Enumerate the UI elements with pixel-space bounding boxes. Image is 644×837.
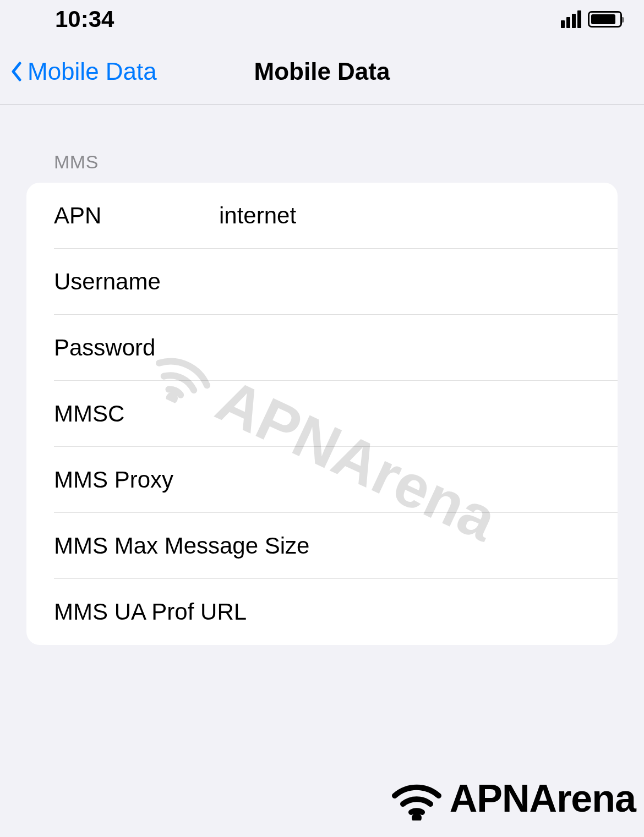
status-time: 10:34 bbox=[55, 6, 114, 32]
status-right bbox=[561, 10, 622, 28]
row-label: Username bbox=[54, 269, 219, 295]
row-value: internet bbox=[219, 203, 618, 229]
row-label: MMSC bbox=[54, 401, 219, 427]
section-header-mms: MMS bbox=[0, 105, 644, 183]
row-username[interactable]: Username bbox=[26, 249, 618, 315]
chevron-left-icon bbox=[11, 62, 22, 81]
battery-icon bbox=[588, 11, 622, 28]
settings-group-mms: APN internet Username Password MMSC MMS … bbox=[26, 183, 618, 645]
page-title: Mobile Data bbox=[254, 58, 390, 85]
status-bar: 10:34 bbox=[0, 0, 644, 39]
row-mms-ua-prof[interactable]: MMS UA Prof URL bbox=[26, 579, 618, 645]
footer-logo: APNArena bbox=[389, 776, 636, 820]
back-button[interactable]: Mobile Data bbox=[0, 58, 157, 85]
row-label: MMS Proxy bbox=[54, 467, 219, 493]
svg-point-1 bbox=[414, 816, 419, 820]
footer-text: APNArena bbox=[450, 776, 636, 820]
row-label: Password bbox=[54, 335, 219, 361]
row-label: MMS Max Message Size bbox=[54, 533, 309, 559]
back-label: Mobile Data bbox=[28, 58, 157, 85]
row-mms-max-size[interactable]: MMS Max Message Size bbox=[26, 513, 618, 579]
row-label: APN bbox=[54, 203, 219, 229]
nav-bar: Mobile Data Mobile Data bbox=[0, 39, 644, 105]
wifi-icon bbox=[389, 776, 444, 820]
row-mmsc[interactable]: MMSC bbox=[26, 381, 618, 447]
row-mms-proxy[interactable]: MMS Proxy bbox=[26, 447, 618, 513]
row-label: MMS UA Prof URL bbox=[54, 599, 247, 625]
signal-icon bbox=[561, 10, 581, 28]
row-password[interactable]: Password bbox=[26, 315, 618, 381]
row-apn[interactable]: APN internet bbox=[26, 183, 618, 249]
